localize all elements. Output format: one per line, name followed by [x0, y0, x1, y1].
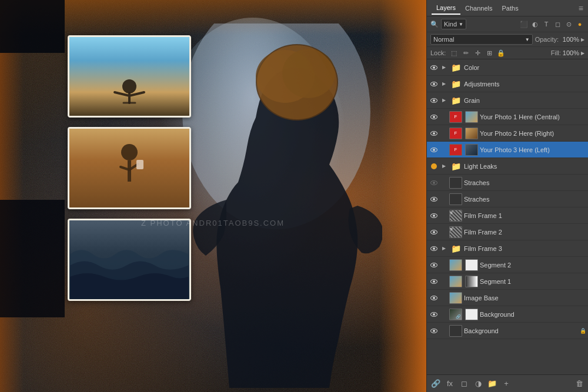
add-folder-icon[interactable]: 📁 [487, 378, 497, 389]
fill-section: Fill: 100% ▶ [551, 49, 584, 56]
panel-bottom-bar: 🔗 fx ◻ ◑ 📁 + 🗑 [427, 374, 588, 392]
layer-item-adjustments[interactable]: ▶ 📁 Adjustments [427, 76, 588, 92]
layer-item-color[interactable]: ▶ 📁 Color [427, 59, 588, 76]
lock-all-icon[interactable]: 🔒 [496, 49, 506, 57]
layer-visibility-adjustments[interactable] [429, 79, 439, 89]
layer-item-straches2[interactable]: Straches [427, 191, 588, 207]
kind-dropdown[interactable]: Kind ▼ [441, 19, 466, 29]
filter-shape-icon[interactable]: ◻ [553, 19, 562, 29]
svg-point-4 [257, 45, 337, 119]
layer-mask-segment2 [465, 259, 478, 271]
delete-layer-icon[interactable]: 🗑 [574, 378, 584, 389]
color-leak-right [379, 0, 426, 392]
layer-expand-segment2 [440, 262, 447, 269]
link-layers-icon[interactable]: 🔗 [430, 378, 441, 389]
filter-toggle-icon[interactable]: ● [575, 19, 584, 29]
fill-label: Fill: [551, 49, 561, 56]
layer-visibility-straches2[interactable] [429, 195, 439, 204]
layer-visibility-background2[interactable] [429, 310, 439, 319]
layer-visibility-imagebase[interactable] [429, 293, 439, 303]
add-adjustment-icon[interactable]: ◑ [473, 378, 483, 389]
layer-thumb-photo1: F [449, 111, 462, 123]
layer-expand-adjustments[interactable]: ▶ [440, 81, 447, 88]
add-mask-icon[interactable]: ◻ [459, 378, 469, 389]
layer-visibility-filmframe1[interactable] [429, 211, 439, 220]
layer-thumb-imagebase [449, 292, 462, 304]
layer-item-background2[interactable]: 🔗 Background [427, 306, 588, 323]
layer-expand-filmframe2 [440, 229, 447, 236]
add-layer-icon[interactable]: + [501, 378, 512, 389]
layer-visibility-straches1[interactable] [429, 178, 439, 187]
layer-expand-photo2 [440, 130, 447, 137]
layer-item-filmframe3[interactable]: ▶ 📁 Film Frame 3 [427, 240, 588, 257]
photo-thumb-3[interactable] [68, 219, 191, 301]
opacity-label: Opacity: [535, 36, 559, 43]
add-style-icon[interactable]: fx [445, 378, 455, 389]
layer-item-photo1[interactable]: F Your Photo 1 Here (Central) [427, 109, 588, 125]
layer-name-lightleaks: Light Leaks [464, 163, 586, 170]
layer-item-filmframe2[interactable]: F Film Frame 2 [427, 224, 588, 240]
lock-icons-group: ⬚ ✏ ✛ ⊞ 🔒 [449, 49, 506, 57]
layer-visibility-filmframe3[interactable] [429, 244, 439, 253]
filter-pixel-icon[interactable]: ⬛ [519, 19, 529, 29]
layer-item-straches1[interactable]: Straches [427, 175, 588, 191]
layer-name-color: Color [464, 64, 586, 71]
layer-name-straches1: Straches [464, 179, 586, 186]
layer-thumb-background2: 🔗 [449, 309, 462, 320]
photo-thumb-2[interactable] [68, 127, 191, 209]
layer-thumb-lightleaks: 📁 [449, 160, 462, 172]
layer-visibility-filmframe2[interactable] [429, 227, 439, 237]
layer-expand-filmframe1 [440, 212, 447, 219]
layer-lock-icon: 🔒 [580, 328, 586, 334]
layer-item-grain[interactable]: ▶ 📁 Grain [427, 92, 588, 109]
layer-visibility-color[interactable] [429, 63, 439, 72]
layer-visibility-lightleaks[interactable] [429, 162, 439, 171]
layer-visibility-grain[interactable] [429, 96, 439, 105]
tab-paths[interactable]: Paths [497, 2, 523, 14]
layer-expand-grain[interactable]: ▶ [440, 97, 447, 104]
opacity-control[interactable]: Opacity: 100% ▶ [535, 36, 584, 43]
layer-visibility-segment1[interactable] [429, 277, 439, 286]
panel-menu-icon[interactable]: ≡ [579, 4, 583, 13]
layer-expand-imagebase [440, 294, 447, 301]
layer-visibility-photo3[interactable] [429, 145, 439, 155]
lock-transparent-icon[interactable]: ⬚ [449, 49, 459, 57]
filter-smart-icon[interactable]: ⊙ [564, 19, 573, 29]
layer-name-segment2: Segment 2 [480, 262, 586, 269]
layer-thumb-photo3: F [449, 144, 462, 156]
dark-block-topleft [0, 0, 65, 53]
tab-layers[interactable]: Layers [432, 2, 460, 15]
layer-expand-lightleaks[interactable]: ▶ [440, 163, 447, 170]
layer-item-background1[interactable]: Background 🔒 [427, 323, 588, 339]
filter-adjust-icon[interactable]: ◐ [530, 19, 540, 29]
layer-item-segment2[interactable]: Segment 2 [427, 257, 588, 273]
layer-thumb-photo3-content [465, 144, 478, 156]
layer-item-lightleaks[interactable]: ▶ 📁 Light Leaks [427, 158, 588, 175]
lock-move-icon[interactable]: ✛ [473, 49, 482, 57]
layers-list[interactable]: ▶ 📁 Color ▶ 📁 Adjustments ▶ 📁 Grain [427, 59, 588, 374]
tab-channels[interactable]: Channels [460, 2, 497, 14]
fill-value: 100% [563, 49, 579, 56]
layer-thumb-straches2 [449, 193, 462, 205]
filter-type-icon[interactable]: T [542, 19, 551, 29]
layer-visibility-background1[interactable] [429, 326, 439, 336]
lock-artboard-icon[interactable]: ⊞ [485, 49, 494, 57]
layer-expand-color[interactable]: ▶ [440, 64, 447, 71]
layer-item-imagebase[interactable]: Image Base [427, 290, 588, 306]
layer-expand-straches1 [440, 179, 447, 186]
lock-paint-icon[interactable]: ✏ [461, 49, 470, 57]
canvas-area: Z PHOTO ANDR01TAOB9S.COM [0, 0, 426, 392]
layer-item-segment1[interactable]: Segment 1 [427, 273, 588, 290]
layer-expand-filmframe3[interactable]: ▶ [440, 245, 447, 252]
layer-item-filmframe1[interactable]: F Film Frame 1 [427, 207, 588, 224]
layer-visibility-photo2[interactable] [429, 129, 439, 138]
layer-visibility-segment2[interactable] [429, 260, 439, 270]
layer-expand-photo3 [440, 146, 447, 153]
layer-visibility-photo1[interactable] [429, 112, 439, 122]
photo-thumb-1[interactable] [68, 35, 191, 118]
layer-item-photo2[interactable]: F Your Photo 2 Here (Right) [427, 125, 588, 142]
svg-point-6 [121, 144, 138, 160]
layer-expand-background2 [440, 311, 447, 318]
layer-item-photo3[interactable]: F Your Photo 3 Here (Left) [427, 142, 588, 158]
blend-mode-dropdown[interactable]: Normal ▼ [430, 34, 533, 45]
